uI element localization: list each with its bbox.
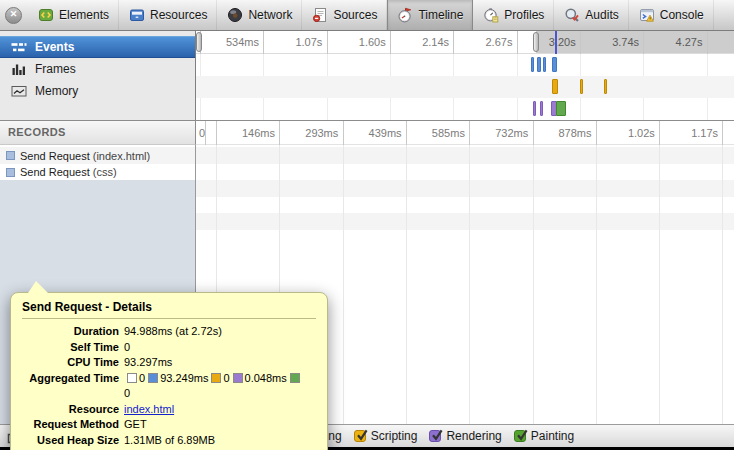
record-detail: (css) [93, 166, 117, 178]
tab-timeline[interactable]: Timeline [387, 0, 473, 30]
records-ruler-label: 1.17s [659, 127, 718, 139]
rendering-painting-bar [533, 101, 536, 116]
overview-grid: 534ms1.07s1.60s2.14s2.67s3.20s3.74s4.27s [196, 31, 734, 120]
records-ruler-label: 293ms [279, 127, 338, 139]
sidebar-item-memory[interactable]: Memory [0, 80, 195, 102]
popover-field-name: Aggregated Time [22, 371, 119, 387]
records-ruler-gridline [722, 121, 723, 145]
record-title: Send Request [20, 150, 90, 162]
overview-ruler-label: 1.60s [327, 36, 386, 48]
popover-field-name: Request Method [22, 417, 119, 433]
records-ruler-label: 439ms [343, 127, 402, 139]
popover-aggregated-value: 0 [223, 372, 229, 384]
overview-ruler-label: 2.67s [453, 36, 512, 48]
audits-icon [564, 7, 580, 23]
timeline-overview-pane: EventsFramesMemory 534ms1.07s1.60s2.14s2… [0, 31, 734, 120]
popover-aggregated-value: 93.249ms [160, 372, 208, 384]
tab-audits[interactable]: Audits [554, 0, 628, 30]
popover-field-row: Request MethodGET [22, 417, 316, 433]
sidebar-item-events[interactable]: Events [0, 36, 195, 58]
records-header: RECORDS [0, 121, 196, 145]
record-title: Send Request [20, 166, 90, 178]
overview-ruler-label: 3.20s [517, 36, 576, 48]
tab-label: Resources [150, 8, 207, 22]
overview-lane-rendering-painting [196, 98, 734, 120]
popover-field-value: index.html [124, 402, 174, 418]
popover-field-value: 0 [124, 340, 130, 356]
popover-field-value: GET [124, 417, 147, 433]
popover-fields: Duration94.988ms (at 2.72s)Self Time0CPU… [22, 324, 316, 448]
profiles-icon [483, 7, 499, 23]
record-list-item[interactable]: Send Request(css) [0, 164, 195, 181]
tab-sources[interactable]: Sources [302, 0, 387, 30]
painting-checkbox-box [514, 430, 526, 442]
overview-window-right-resizer[interactable] [533, 32, 539, 52]
popover-field-value: 1.31MB of 6.89MB [124, 433, 215, 449]
popover-field-value: 94.988ms (at 2.72s) [124, 324, 222, 340]
records-ruler: 0 146ms293ms439ms585ms732ms878ms1.02s1.1… [196, 121, 734, 145]
popover-field-row: CPU Time93.297ms [22, 355, 316, 371]
console-icon [639, 7, 655, 23]
network-icon [227, 7, 243, 23]
events-icon [11, 41, 27, 54]
resource-link[interactable]: index.html [124, 403, 174, 415]
popover-field-value: 93.297ms [124, 355, 172, 371]
main-toolbar: ✕ ElementsResourcesNetworkSourcesTimelin… [0, 0, 734, 31]
tab-console[interactable]: Console [629, 0, 714, 30]
scripting-bar [604, 79, 607, 94]
tab-resources[interactable]: Resources [119, 0, 217, 30]
records-ruler-label: 878ms [533, 127, 592, 139]
rendering-painting-bar [556, 101, 566, 116]
rendering-color-swatch [233, 373, 243, 383]
sidebar-item-label: Events [35, 40, 74, 54]
popover-field-row: Duration94.988ms (at 2.72s) [22, 324, 316, 340]
filter-rendering-checkbox[interactable]: Rendering [429, 429, 501, 443]
checkbox-label: Scripting [371, 429, 418, 443]
popover-field-row: Used Heap Size1.31MB of 6.89MB [22, 433, 316, 449]
overview-ruler-label: 4.27s [643, 36, 702, 48]
popover-field-name: Self Time [22, 340, 119, 356]
record-list-item[interactable]: Send Request(index.html) [0, 147, 195, 164]
popover-field-name: Duration [22, 324, 119, 340]
checkbox-label: Rendering [446, 429, 501, 443]
tab-profiles[interactable]: Profiles [473, 0, 554, 30]
overview-window-left-resizer[interactable] [196, 32, 202, 52]
filter-scripting-checkbox[interactable]: Scripting [354, 429, 418, 443]
scripting-bar [552, 79, 558, 94]
records-ruler-label: 585ms [406, 127, 465, 139]
loading-bar [552, 57, 557, 72]
loading-bar [537, 57, 541, 72]
records-pane: RECORDS 0 146ms293ms439ms585ms732ms878ms… [0, 120, 734, 424]
devtools-timeline-panel: ✕ ElementsResourcesNetworkSourcesTimelin… [0, 0, 734, 450]
loading-bar [531, 57, 534, 72]
close-devtools-button[interactable]: ✕ [5, 7, 22, 24]
other-color-swatch [127, 373, 137, 383]
overview-lane-loading [196, 54, 734, 76]
overview-ruler-label: 534ms [200, 36, 259, 48]
scripting-bar [580, 79, 583, 94]
filter-painting-checkbox[interactable]: Painting [514, 429, 574, 443]
sidebar-item-frames[interactable]: Frames [0, 58, 195, 80]
records-ruler-label: 146ms [216, 127, 275, 139]
tab-network[interactable]: Network [217, 0, 302, 30]
record-row-stripe [196, 147, 734, 164]
record-category-bullet [6, 168, 15, 177]
records-ruler-label: 732ms [469, 127, 528, 139]
overview-ruler-label: 2.14s [390, 36, 449, 48]
popover-aggregated-value: 0.048ms [245, 372, 287, 384]
tab-elements[interactable]: Elements [28, 0, 119, 30]
tab-label: Console [660, 8, 704, 22]
painting-color-swatch [290, 373, 300, 383]
details-popover: Send Request - Details Duration94.988ms … [10, 292, 328, 450]
popover-field-row: Aggregated Time093.249ms00.048ms0 [22, 371, 316, 402]
memory-icon [11, 84, 27, 98]
rendering-checkbox-box [429, 430, 441, 442]
popover-field-row: Resourceindex.html [22, 402, 316, 418]
sidebar-item-label: Memory [35, 84, 78, 98]
tab-label: Elements [59, 8, 109, 22]
popover-aggregated-wrapped-value: 0 [124, 386, 302, 402]
elements-icon [38, 7, 54, 23]
record-detail: (index.html) [93, 150, 150, 162]
popover-field-row: Self Time0 [22, 340, 316, 356]
timeline-event-marker [555, 31, 557, 54]
